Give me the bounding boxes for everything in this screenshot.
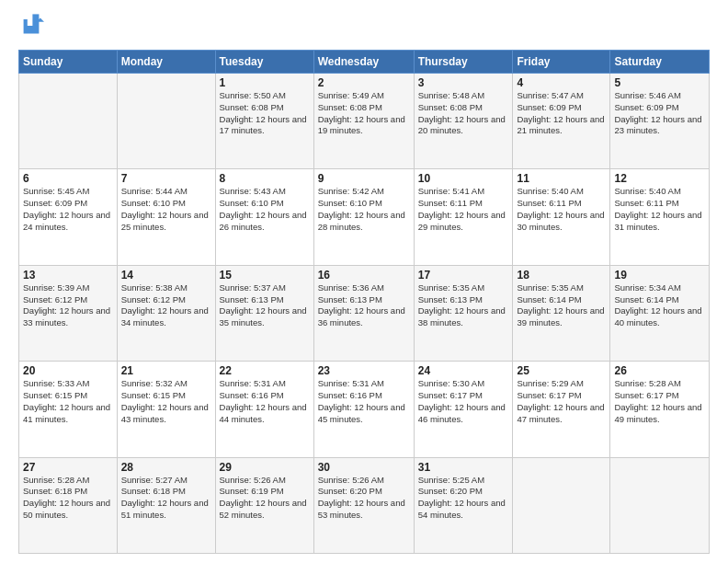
calendar-cell: 31Sunrise: 5:25 AM Sunset: 6:20 PM Dayli… bbox=[414, 457, 513, 553]
day-number: 15 bbox=[220, 269, 310, 282]
calendar-cell bbox=[19, 74, 118, 169]
calendar-cell: 5Sunrise: 5:46 AM Sunset: 6:09 PM Daylig… bbox=[610, 74, 710, 169]
day-info: Sunrise: 5:34 AM Sunset: 6:14 PM Dayligh… bbox=[614, 282, 705, 329]
calendar-body: 1Sunrise: 5:50 AM Sunset: 6:08 PM Daylig… bbox=[19, 74, 710, 554]
day-number: 1 bbox=[220, 76, 310, 89]
day-info: Sunrise: 5:35 AM Sunset: 6:14 PM Dayligh… bbox=[517, 282, 606, 329]
day-number: 8 bbox=[220, 172, 310, 185]
day-number: 14 bbox=[121, 269, 211, 282]
day-number: 9 bbox=[318, 172, 410, 185]
header bbox=[18, 15, 710, 40]
calendar-cell: 7Sunrise: 5:44 AM Sunset: 6:10 PM Daylig… bbox=[117, 169, 215, 265]
header-row: SundayMondayTuesdayWednesdayThursdayFrid… bbox=[19, 51, 710, 74]
calendar-table: SundayMondayTuesdayWednesdayThursdayFrid… bbox=[18, 50, 710, 554]
calendar-cell: 11Sunrise: 5:40 AM Sunset: 6:11 PM Dayli… bbox=[513, 169, 610, 265]
day-number: 5 bbox=[614, 76, 705, 89]
day-number: 7 bbox=[121, 172, 211, 185]
calendar-cell: 17Sunrise: 5:35 AM Sunset: 6:13 PM Dayli… bbox=[414, 265, 513, 361]
day-number: 10 bbox=[418, 172, 509, 185]
calendar-cell: 27Sunrise: 5:28 AM Sunset: 6:18 PM Dayli… bbox=[19, 457, 118, 553]
calendar-cell: 10Sunrise: 5:41 AM Sunset: 6:11 PM Dayli… bbox=[414, 169, 513, 265]
day-info: Sunrise: 5:40 AM Sunset: 6:11 PM Dayligh… bbox=[614, 186, 705, 233]
calendar-cell: 1Sunrise: 5:50 AM Sunset: 6:08 PM Daylig… bbox=[215, 74, 313, 169]
day-number: 30 bbox=[318, 461, 410, 474]
day-number: 25 bbox=[517, 364, 606, 377]
calendar-cell: 20Sunrise: 5:33 AM Sunset: 6:15 PM Dayli… bbox=[19, 362, 118, 457]
calendar-cell: 23Sunrise: 5:31 AM Sunset: 6:16 PM Dayli… bbox=[313, 362, 414, 457]
day-info: Sunrise: 5:47 AM Sunset: 6:09 PM Dayligh… bbox=[517, 90, 606, 137]
day-number: 28 bbox=[121, 461, 211, 474]
calendar-cell: 18Sunrise: 5:35 AM Sunset: 6:14 PM Dayli… bbox=[513, 265, 610, 361]
calendar-cell: 22Sunrise: 5:31 AM Sunset: 6:16 PM Dayli… bbox=[215, 362, 313, 457]
day-number: 17 bbox=[418, 269, 509, 282]
day-info: Sunrise: 5:41 AM Sunset: 6:11 PM Dayligh… bbox=[418, 186, 509, 233]
logo bbox=[18, 15, 48, 40]
calendar-week-3: 13Sunrise: 5:39 AM Sunset: 6:12 PM Dayli… bbox=[19, 265, 710, 361]
calendar-cell: 29Sunrise: 5:26 AM Sunset: 6:19 PM Dayli… bbox=[215, 457, 313, 553]
day-info: Sunrise: 5:30 AM Sunset: 6:17 PM Dayligh… bbox=[418, 378, 509, 425]
calendar-cell: 15Sunrise: 5:37 AM Sunset: 6:13 PM Dayli… bbox=[215, 265, 313, 361]
day-info: Sunrise: 5:49 AM Sunset: 6:08 PM Dayligh… bbox=[318, 90, 410, 137]
day-number: 22 bbox=[220, 364, 310, 377]
page: SundayMondayTuesdayWednesdayThursdayFrid… bbox=[0, 0, 728, 563]
weekday-header-sunday: Sunday bbox=[19, 51, 118, 74]
day-number: 29 bbox=[220, 461, 310, 474]
calendar-cell bbox=[513, 457, 610, 553]
calendar-week-1: 1Sunrise: 5:50 AM Sunset: 6:08 PM Daylig… bbox=[19, 74, 710, 169]
day-info: Sunrise: 5:32 AM Sunset: 6:15 PM Dayligh… bbox=[121, 378, 211, 425]
day-number: 16 bbox=[318, 269, 410, 282]
calendar-week-4: 20Sunrise: 5:33 AM Sunset: 6:15 PM Dayli… bbox=[19, 362, 710, 457]
weekday-header-monday: Monday bbox=[117, 51, 215, 74]
calendar-cell: 2Sunrise: 5:49 AM Sunset: 6:08 PM Daylig… bbox=[313, 74, 414, 169]
calendar-cell: 26Sunrise: 5:28 AM Sunset: 6:17 PM Dayli… bbox=[610, 362, 710, 457]
day-info: Sunrise: 5:44 AM Sunset: 6:10 PM Dayligh… bbox=[121, 186, 211, 233]
day-info: Sunrise: 5:27 AM Sunset: 6:18 PM Dayligh… bbox=[121, 475, 211, 522]
calendar-cell: 12Sunrise: 5:40 AM Sunset: 6:11 PM Dayli… bbox=[610, 169, 710, 265]
day-number: 23 bbox=[318, 364, 410, 377]
day-info: Sunrise: 5:50 AM Sunset: 6:08 PM Dayligh… bbox=[220, 90, 310, 137]
day-number: 3 bbox=[418, 76, 509, 89]
day-number: 31 bbox=[418, 461, 509, 474]
day-info: Sunrise: 5:48 AM Sunset: 6:08 PM Dayligh… bbox=[418, 90, 509, 137]
day-info: Sunrise: 5:37 AM Sunset: 6:13 PM Dayligh… bbox=[220, 282, 310, 329]
day-number: 26 bbox=[614, 364, 705, 377]
calendar-cell: 13Sunrise: 5:39 AM Sunset: 6:12 PM Dayli… bbox=[19, 265, 118, 361]
day-info: Sunrise: 5:33 AM Sunset: 6:15 PM Dayligh… bbox=[23, 378, 113, 425]
day-info: Sunrise: 5:31 AM Sunset: 6:16 PM Dayligh… bbox=[318, 378, 410, 425]
day-info: Sunrise: 5:40 AM Sunset: 6:11 PM Dayligh… bbox=[517, 186, 606, 233]
weekday-header-wednesday: Wednesday bbox=[313, 51, 414, 74]
day-info: Sunrise: 5:46 AM Sunset: 6:09 PM Dayligh… bbox=[614, 90, 705, 137]
day-number: 6 bbox=[23, 172, 113, 185]
calendar-cell: 3Sunrise: 5:48 AM Sunset: 6:08 PM Daylig… bbox=[414, 74, 513, 169]
day-info: Sunrise: 5:43 AM Sunset: 6:10 PM Dayligh… bbox=[220, 186, 310, 233]
calendar-cell: 9Sunrise: 5:42 AM Sunset: 6:10 PM Daylig… bbox=[313, 169, 414, 265]
day-number: 11 bbox=[517, 172, 606, 185]
day-info: Sunrise: 5:29 AM Sunset: 6:17 PM Dayligh… bbox=[517, 378, 606, 425]
calendar-header: SundayMondayTuesdayWednesdayThursdayFrid… bbox=[19, 51, 710, 74]
day-info: Sunrise: 5:25 AM Sunset: 6:20 PM Dayligh… bbox=[418, 475, 509, 522]
weekday-header-tuesday: Tuesday bbox=[215, 51, 313, 74]
day-info: Sunrise: 5:35 AM Sunset: 6:13 PM Dayligh… bbox=[418, 282, 509, 329]
calendar-cell: 6Sunrise: 5:45 AM Sunset: 6:09 PM Daylig… bbox=[19, 169, 118, 265]
logo-icon bbox=[18, 13, 44, 39]
calendar-cell: 30Sunrise: 5:26 AM Sunset: 6:20 PM Dayli… bbox=[313, 457, 414, 553]
day-info: Sunrise: 5:38 AM Sunset: 6:12 PM Dayligh… bbox=[121, 282, 211, 329]
calendar-cell: 25Sunrise: 5:29 AM Sunset: 6:17 PM Dayli… bbox=[513, 362, 610, 457]
calendar: SundayMondayTuesdayWednesdayThursdayFrid… bbox=[18, 50, 710, 554]
calendar-cell: 14Sunrise: 5:38 AM Sunset: 6:12 PM Dayli… bbox=[117, 265, 215, 361]
day-number: 2 bbox=[318, 76, 410, 89]
day-info: Sunrise: 5:45 AM Sunset: 6:09 PM Dayligh… bbox=[23, 186, 113, 233]
calendar-cell: 24Sunrise: 5:30 AM Sunset: 6:17 PM Dayli… bbox=[414, 362, 513, 457]
calendar-cell bbox=[610, 457, 710, 553]
day-info: Sunrise: 5:26 AM Sunset: 6:20 PM Dayligh… bbox=[318, 475, 410, 522]
day-number: 20 bbox=[23, 364, 113, 377]
weekday-header-friday: Friday bbox=[513, 51, 610, 74]
calendar-week-5: 27Sunrise: 5:28 AM Sunset: 6:18 PM Dayli… bbox=[19, 457, 710, 553]
day-info: Sunrise: 5:28 AM Sunset: 6:18 PM Dayligh… bbox=[23, 475, 113, 522]
day-number: 24 bbox=[418, 364, 509, 377]
day-number: 12 bbox=[614, 172, 705, 185]
day-number: 18 bbox=[517, 269, 606, 282]
weekday-header-thursday: Thursday bbox=[414, 51, 513, 74]
calendar-cell: 16Sunrise: 5:36 AM Sunset: 6:13 PM Dayli… bbox=[313, 265, 414, 361]
calendar-cell: 28Sunrise: 5:27 AM Sunset: 6:18 PM Dayli… bbox=[117, 457, 215, 553]
